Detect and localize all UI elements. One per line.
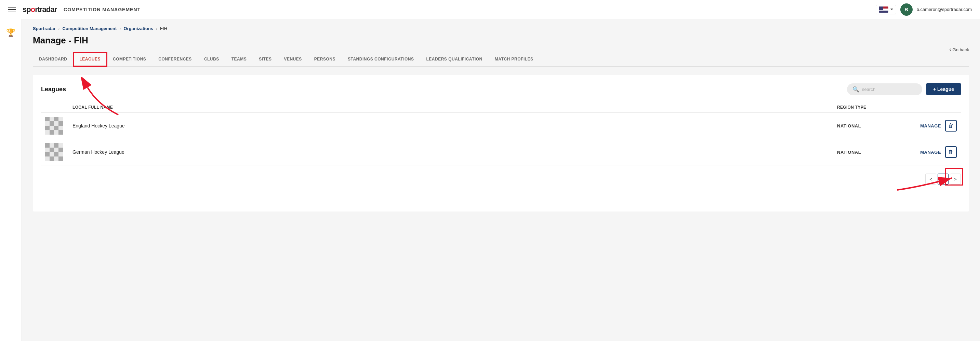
row-2-delete-button[interactable]: 🗑 bbox=[945, 146, 957, 158]
chevron-down-icon bbox=[891, 8, 893, 10]
row-2-manage-link[interactable]: MANAGE bbox=[920, 150, 941, 155]
tab-clubs[interactable]: CLUBS bbox=[198, 52, 225, 67]
row-1-thumbnail bbox=[45, 117, 63, 135]
header: sportradar COMPETITION MANAGEMENT B b.ca… bbox=[0, 0, 980, 19]
breadcrumb-fih: FIH bbox=[160, 26, 167, 31]
row-2-region: NATIONAL bbox=[837, 150, 905, 155]
flag-icon bbox=[879, 6, 888, 13]
row-2-actions: MANAGE 🗑 bbox=[905, 146, 957, 158]
breadcrumb: Sportradar › Competition Management › Or… bbox=[33, 26, 969, 31]
tab-teams[interactable]: TEAMS bbox=[225, 52, 253, 67]
header-right: B b.cameron@sportradar.com bbox=[876, 3, 972, 16]
tab-dashboard[interactable]: DASHBOARD bbox=[33, 52, 73, 67]
add-league-button[interactable]: + League bbox=[926, 83, 961, 95]
page-wrapper: Sportradar › Competition Management › Or… bbox=[33, 26, 969, 211]
breadcrumb-sep-2: › bbox=[119, 26, 121, 31]
main-content: Sportradar › Competition Management › Or… bbox=[22, 19, 980, 341]
tabs-nav: DASHBOARD LEAGUES COMPETITIONS CONFERENC… bbox=[33, 52, 969, 67]
language-selector[interactable] bbox=[876, 5, 896, 14]
search-input[interactable] bbox=[862, 87, 917, 92]
row-1-actions: MANAGE 🗑 bbox=[905, 120, 957, 132]
row-1-image bbox=[45, 117, 73, 135]
row-2-thumbnail bbox=[45, 143, 63, 161]
breadcrumb-sep-3: › bbox=[156, 26, 157, 31]
tab-match[interactable]: MATCH PROFILES bbox=[488, 52, 539, 67]
logo-text: sportradar bbox=[22, 5, 57, 14]
breadcrumb-sep-1: › bbox=[58, 26, 59, 31]
section-title: Leagues bbox=[41, 86, 66, 93]
user-avatar[interactable]: B bbox=[900, 3, 913, 16]
table-row: England Hockey League NATIONAL MANAGE 🗑 bbox=[41, 113, 961, 139]
tab-venues[interactable]: VENUES bbox=[278, 52, 308, 67]
tab-persons[interactable]: PERSONS bbox=[308, 52, 342, 67]
sidebar: 🏆 bbox=[0, 19, 22, 341]
tab-sites[interactable]: SITES bbox=[253, 52, 278, 67]
user-email: b.cameron@sportradar.com bbox=[917, 7, 972, 12]
breadcrumb-organizations[interactable]: Organizations bbox=[123, 26, 153, 31]
table-row: German Hockey League NATIONAL MANAGE 🗑 bbox=[41, 139, 961, 165]
tab-leagues[interactable]: LEAGUES bbox=[73, 52, 107, 67]
page-title: Manage - FIH bbox=[33, 35, 969, 46]
pagination-prev[interactable]: < bbox=[925, 174, 936, 184]
tab-competitions[interactable]: COMPETITIONS bbox=[107, 52, 152, 67]
row-1-region: NATIONAL bbox=[837, 123, 905, 128]
row-1-delete-button[interactable]: 🗑 bbox=[945, 120, 957, 132]
tab-leaders[interactable]: LEADERS QUALIFICATION bbox=[420, 52, 488, 67]
row-1-manage-link[interactable]: MANAGE bbox=[920, 123, 941, 128]
section-header: Leagues 🔍 + League bbox=[41, 83, 961, 95]
row-2-image bbox=[45, 143, 73, 161]
content-area: Leagues 🔍 + League Local Full Name Regio… bbox=[33, 75, 969, 211]
table-header: Local Full Name Region Type bbox=[41, 102, 961, 113]
search-box: 🔍 bbox=[847, 83, 922, 95]
col-header-region: Region Type bbox=[837, 105, 905, 110]
section-actions: 🔍 + League bbox=[847, 83, 961, 95]
go-back-button[interactable]: ‹ Go back bbox=[949, 46, 969, 52]
row-1-name: England Hockey League bbox=[73, 123, 837, 128]
pagination-page-1[interactable]: 1 bbox=[938, 174, 948, 184]
breadcrumb-sportradar[interactable]: Sportradar bbox=[33, 26, 56, 31]
hamburger-menu[interactable] bbox=[8, 7, 16, 12]
sidebar-trophy-icon[interactable]: 🏆 bbox=[4, 26, 18, 40]
search-icon: 🔍 bbox=[853, 86, 859, 93]
logo: sportradar bbox=[22, 5, 57, 14]
tab-conferences[interactable]: CONFERENCES bbox=[152, 52, 198, 67]
tab-standings[interactable]: STANDINGS CONFIGURATIONS bbox=[342, 52, 420, 67]
row-2-name: German Hockey League bbox=[73, 149, 837, 155]
pagination-next[interactable]: > bbox=[950, 174, 961, 184]
go-back-label: Go back bbox=[953, 47, 969, 52]
header-left: sportradar COMPETITION MANAGEMENT bbox=[8, 5, 140, 14]
breadcrumb-competition-management[interactable]: Competition Management bbox=[62, 26, 116, 31]
col-header-name: Local Full Name bbox=[73, 105, 837, 110]
app-title: COMPETITION MANAGEMENT bbox=[64, 7, 140, 12]
pagination: < 1 > bbox=[41, 174, 961, 184]
go-back-arrow-icon: ‹ bbox=[949, 46, 951, 52]
